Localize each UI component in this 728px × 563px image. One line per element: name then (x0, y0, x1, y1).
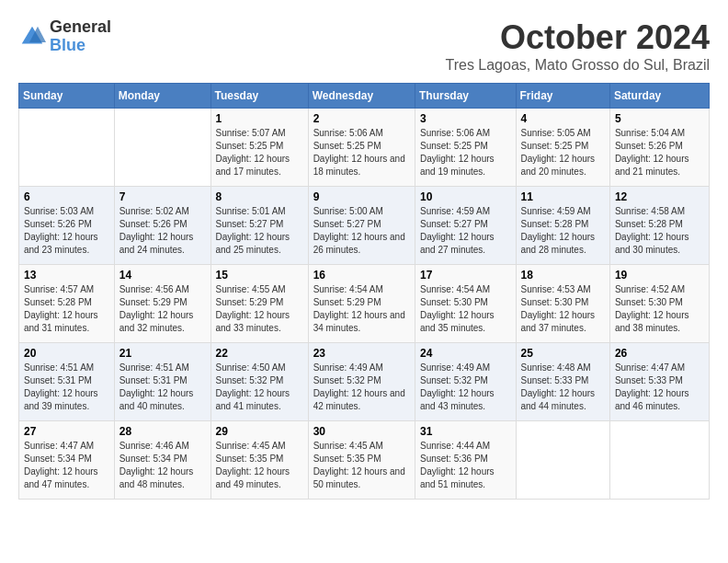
day-number: 11 (521, 190, 605, 203)
weekday-header-monday: Monday (114, 84, 210, 109)
calendar-cell: 7Sunrise: 5:02 AMSunset: 5:26 PMDaylight… (114, 187, 210, 265)
day-number: 24 (420, 347, 511, 360)
calendar-cell: 23Sunrise: 4:49 AMSunset: 5:32 PMDayligh… (308, 343, 415, 421)
day-number: 7 (119, 190, 206, 203)
day-info: Sunrise: 4:49 AMSunset: 5:32 PMDaylight:… (313, 362, 410, 413)
calendar-cell: 22Sunrise: 4:50 AMSunset: 5:32 PMDayligh… (210, 343, 308, 421)
calendar-cell: 13Sunrise: 4:57 AMSunset: 5:28 PMDayligh… (19, 265, 115, 343)
calendar-cell: 25Sunrise: 4:48 AMSunset: 5:33 PMDayligh… (516, 343, 609, 421)
day-info: Sunrise: 4:54 AMSunset: 5:30 PMDaylight:… (420, 283, 511, 335)
day-info: Sunrise: 4:47 AMSunset: 5:33 PMDaylight:… (615, 362, 704, 413)
day-number: 27 (24, 425, 109, 438)
calendar-cell: 28Sunrise: 4:46 AMSunset: 5:34 PMDayligh… (114, 421, 210, 500)
calendar-cell: 19Sunrise: 4:52 AMSunset: 5:30 PMDayligh… (609, 265, 709, 343)
day-number: 30 (313, 425, 410, 438)
calendar-cell (609, 421, 709, 500)
calendar-cell: 18Sunrise: 4:53 AMSunset: 5:30 PMDayligh… (516, 265, 609, 343)
day-info: Sunrise: 5:06 AMSunset: 5:25 PMDaylight:… (313, 127, 410, 178)
day-info: Sunrise: 4:59 AMSunset: 5:28 PMDaylight:… (521, 205, 605, 257)
weekday-header-friday: Friday (516, 84, 609, 109)
logo-blue-text: Blue (50, 37, 111, 55)
logo-icon (18, 23, 46, 51)
calendar-cell: 10Sunrise: 4:59 AMSunset: 5:27 PMDayligh… (415, 187, 516, 265)
calendar-cell: 6Sunrise: 5:03 AMSunset: 5:26 PMDaylight… (19, 187, 115, 265)
calendar-cell: 31Sunrise: 4:44 AMSunset: 5:36 PMDayligh… (415, 421, 516, 500)
day-number: 29 (216, 425, 303, 438)
day-number: 3 (420, 112, 511, 125)
day-number: 4 (521, 112, 605, 125)
day-info: Sunrise: 4:57 AMSunset: 5:28 PMDaylight:… (24, 283, 109, 335)
day-info: Sunrise: 5:04 AMSunset: 5:26 PMDaylight:… (615, 127, 704, 178)
weekday-header-sunday: Sunday (19, 84, 115, 109)
day-info: Sunrise: 4:50 AMSunset: 5:32 PMDaylight:… (216, 362, 303, 413)
day-number: 9 (313, 190, 410, 203)
day-info: Sunrise: 5:06 AMSunset: 5:25 PMDaylight:… (420, 127, 511, 178)
calendar-cell: 16Sunrise: 4:54 AMSunset: 5:29 PMDayligh… (308, 265, 415, 343)
day-number: 13 (24, 269, 109, 282)
calendar-cell: 20Sunrise: 4:51 AMSunset: 5:31 PMDayligh… (19, 343, 115, 421)
calendar-week-row: 20Sunrise: 4:51 AMSunset: 5:31 PMDayligh… (19, 343, 710, 421)
day-info: Sunrise: 4:45 AMSunset: 5:35 PMDaylight:… (216, 440, 303, 491)
weekday-header-wednesday: Wednesday (308, 84, 415, 109)
logo: General Blue (18, 18, 111, 55)
calendar-week-row: 1Sunrise: 5:07 AMSunset: 5:25 PMDaylight… (19, 109, 710, 187)
day-info: Sunrise: 4:44 AMSunset: 5:36 PMDaylight:… (420, 440, 511, 491)
weekday-header-row: SundayMondayTuesdayWednesdayThursdayFrid… (19, 84, 710, 109)
weekday-header-tuesday: Tuesday (210, 84, 308, 109)
day-number: 5 (615, 112, 704, 125)
calendar-week-row: 13Sunrise: 4:57 AMSunset: 5:28 PMDayligh… (19, 265, 710, 343)
weekday-header-saturday: Saturday (609, 84, 709, 109)
calendar-cell: 17Sunrise: 4:54 AMSunset: 5:30 PMDayligh… (415, 265, 516, 343)
calendar-cell: 27Sunrise: 4:47 AMSunset: 5:34 PMDayligh… (19, 421, 115, 500)
calendar-cell (19, 109, 115, 187)
day-info: Sunrise: 5:02 AMSunset: 5:26 PMDaylight:… (119, 205, 206, 257)
calendar-cell: 26Sunrise: 4:47 AMSunset: 5:33 PMDayligh… (609, 343, 709, 421)
day-info: Sunrise: 5:01 AMSunset: 5:27 PMDaylight:… (216, 205, 303, 257)
page-header: General Blue October 2024 Tres Lagoas, M… (18, 18, 710, 74)
day-info: Sunrise: 4:56 AMSunset: 5:29 PMDaylight:… (119, 283, 206, 335)
title-section: October 2024 Tres Lagoas, Mato Grosso do… (445, 18, 710, 74)
day-info: Sunrise: 4:58 AMSunset: 5:28 PMDaylight:… (615, 205, 704, 257)
month-title: October 2024 (445, 18, 710, 57)
calendar-week-row: 27Sunrise: 4:47 AMSunset: 5:34 PMDayligh… (19, 421, 710, 500)
day-number: 18 (521, 269, 605, 282)
day-info: Sunrise: 5:00 AMSunset: 5:27 PMDaylight:… (313, 205, 410, 257)
logo-general-text: General (50, 18, 111, 37)
calendar-cell: 9Sunrise: 5:00 AMSunset: 5:27 PMDaylight… (308, 187, 415, 265)
day-info: Sunrise: 4:59 AMSunset: 5:27 PMDaylight:… (420, 205, 511, 257)
calendar-cell: 29Sunrise: 4:45 AMSunset: 5:35 PMDayligh… (210, 421, 308, 500)
day-info: Sunrise: 4:54 AMSunset: 5:29 PMDaylight:… (313, 283, 410, 335)
calendar-cell: 4Sunrise: 5:05 AMSunset: 5:25 PMDaylight… (516, 109, 609, 187)
calendar-cell: 8Sunrise: 5:01 AMSunset: 5:27 PMDaylight… (210, 187, 308, 265)
day-number: 17 (420, 269, 511, 282)
day-number: 12 (615, 190, 704, 203)
calendar-cell (114, 109, 210, 187)
calendar-cell: 1Sunrise: 5:07 AMSunset: 5:25 PMDaylight… (210, 109, 308, 187)
calendar-cell: 2Sunrise: 5:06 AMSunset: 5:25 PMDaylight… (308, 109, 415, 187)
day-info: Sunrise: 4:55 AMSunset: 5:29 PMDaylight:… (216, 283, 303, 335)
day-info: Sunrise: 4:52 AMSunset: 5:30 PMDaylight:… (615, 283, 704, 335)
day-number: 22 (216, 347, 303, 360)
day-info: Sunrise: 4:51 AMSunset: 5:31 PMDaylight:… (119, 362, 206, 413)
day-info: Sunrise: 5:05 AMSunset: 5:25 PMDaylight:… (521, 127, 605, 178)
day-info: Sunrise: 4:45 AMSunset: 5:35 PMDaylight:… (313, 440, 410, 491)
day-info: Sunrise: 5:03 AMSunset: 5:26 PMDaylight:… (24, 205, 109, 257)
day-number: 31 (420, 425, 511, 438)
location-title: Tres Lagoas, Mato Grosso do Sul, Brazil (445, 57, 710, 74)
day-info: Sunrise: 4:46 AMSunset: 5:34 PMDaylight:… (119, 440, 206, 491)
day-number: 26 (615, 347, 704, 360)
day-number: 1 (216, 112, 303, 125)
day-info: Sunrise: 4:49 AMSunset: 5:32 PMDaylight:… (420, 362, 511, 413)
calendar-cell (516, 421, 609, 500)
logo-text: General Blue (50, 18, 111, 55)
day-info: Sunrise: 4:48 AMSunset: 5:33 PMDaylight:… (521, 362, 605, 413)
day-info: Sunrise: 4:51 AMSunset: 5:31 PMDaylight:… (24, 362, 109, 413)
day-info: Sunrise: 5:07 AMSunset: 5:25 PMDaylight:… (216, 127, 303, 178)
calendar-cell: 12Sunrise: 4:58 AMSunset: 5:28 PMDayligh… (609, 187, 709, 265)
day-number: 16 (313, 269, 410, 282)
calendar-cell: 14Sunrise: 4:56 AMSunset: 5:29 PMDayligh… (114, 265, 210, 343)
calendar-cell: 21Sunrise: 4:51 AMSunset: 5:31 PMDayligh… (114, 343, 210, 421)
day-number: 19 (615, 269, 704, 282)
day-number: 2 (313, 112, 410, 125)
day-number: 6 (24, 190, 109, 203)
